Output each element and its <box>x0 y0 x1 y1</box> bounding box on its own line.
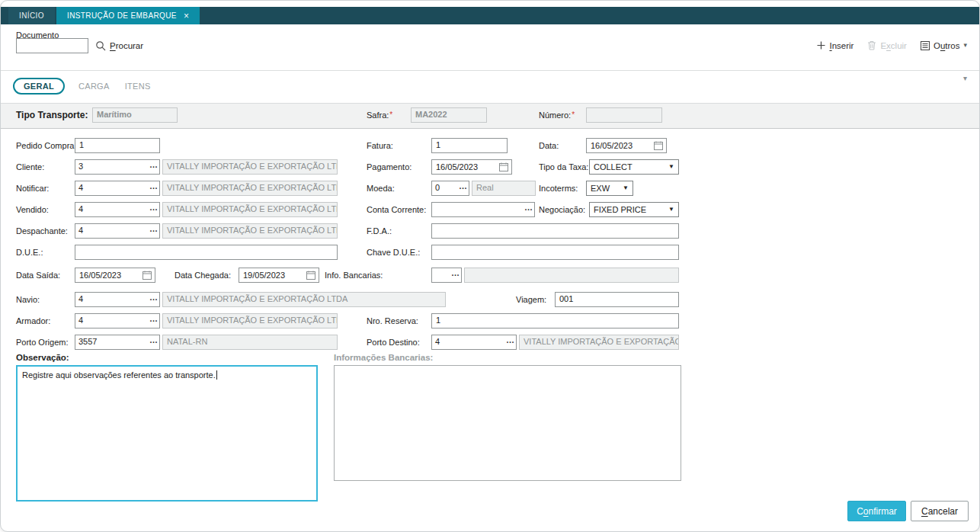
armador-label: Armador: <box>16 313 50 328</box>
despachante-lookup-button[interactable]: … <box>148 224 159 238</box>
fatura-label: Fatura: <box>367 138 393 153</box>
notificar-desc-field: VITALLY IMPORTAÇÃO E EXPORTAÇÃO LTDA <box>162 181 338 196</box>
armador-code-input[interactable]: 4 … <box>75 313 160 328</box>
porto-destino-label: Porto Destino: <box>367 335 420 350</box>
cliente-lookup-button[interactable]: … <box>148 160 159 174</box>
pagamento-label: Pagamento: <box>367 159 412 175</box>
porto-origem-desc-field: NATAL-RN <box>162 335 338 350</box>
porto-origem-label: Porto Origem: <box>16 335 68 350</box>
tab-carga[interactable]: CARGA <box>77 79 111 94</box>
data-label: Data: <box>539 138 559 153</box>
safra-label: Safra:* <box>367 104 392 127</box>
observacao-label: Observação: <box>16 353 69 362</box>
tipo-transporte-label: Tipo Transporte: <box>16 104 88 127</box>
instrucao-embarque-window: INÍCIO INSTRUÇÃO DE EMBARQUE × Documento… <box>0 0 980 532</box>
porto-origem-lookup-button[interactable]: … <box>148 335 159 349</box>
informacoes-bancarias-textarea[interactable] <box>334 365 681 481</box>
collapse-chevron-icon[interactable]: ▾ <box>963 74 967 82</box>
porto-destino-code-input[interactable]: 4 … <box>431 335 517 350</box>
conta-corrente-lookup-button[interactable]: … <box>523 203 534 216</box>
tab-geral[interactable]: GERAL <box>13 78 65 95</box>
tab-itens[interactable]: ITENS <box>123 79 152 94</box>
calendar-icon[interactable] <box>499 162 508 171</box>
navio-label: Navio: <box>16 292 40 307</box>
informacoes-bancarias-label: Informações Bancarias: <box>334 353 433 362</box>
excluir-button: Excluir <box>867 40 907 50</box>
fatura-input[interactable]: 1 <box>431 138 508 153</box>
inserir-button[interactable]: Inserir <box>817 41 853 50</box>
info-bancarias-desc-field <box>464 268 679 283</box>
negociacao-select[interactable]: FIXED PRICE ▼ <box>589 202 679 217</box>
documento-input[interactable] <box>16 38 88 53</box>
fda-input[interactable] <box>431 223 679 239</box>
moeda-label: Moeda: <box>367 181 395 196</box>
viagem-input[interactable]: 001 <box>555 292 679 307</box>
cliente-code-input[interactable]: 3 … <box>75 159 160 175</box>
confirmar-button[interactable]: Confirmar <box>847 501 906 521</box>
outros-label: Outros <box>934 41 960 50</box>
numero-label: Número:* <box>539 104 575 127</box>
notificar-label: Notificar: <box>16 181 49 196</box>
inserir-label: Inserir <box>829 41 853 50</box>
data-saida-input[interactable]: 16/05/2023 <box>75 268 155 283</box>
notificar-lookup-button[interactable]: … <box>148 181 159 195</box>
data-input[interactable]: 16/05/2023 <box>586 138 667 153</box>
despachante-desc-field: VITALLY IMPORTAÇÃO E EXPORTAÇÃO LTDA <box>162 223 338 239</box>
required-asterisk: * <box>389 111 392 119</box>
navio-code-input[interactable]: 4 … <box>75 292 160 307</box>
vendido-code-input[interactable]: 4 … <box>75 202 160 217</box>
cancelar-button[interactable]: Cancelar <box>911 501 969 521</box>
incoterms-select[interactable]: EXW ▼ <box>586 181 633 196</box>
data-saida-label: Data Saída: <box>16 268 60 283</box>
cancelar-label: Cancelar <box>921 506 958 517</box>
calendar-icon[interactable] <box>306 271 315 280</box>
chevron-down-icon: ▼ <box>668 207 674 213</box>
calendar-icon[interactable] <box>654 141 663 150</box>
pagamento-input[interactable]: 16/05/2023 <box>431 159 512 175</box>
conta-corrente-input[interactable]: … <box>431 202 535 217</box>
chave-due-label: Chave D.U.E.: <box>367 245 420 260</box>
porto-destino-desc-field: VITALLY IMPORTAÇÃO E EXPORTAÇÃO LTDA <box>519 335 679 350</box>
negociacao-label: Negociação: <box>539 202 585 217</box>
form-tabs: GERAL CARGA ITENS <box>13 78 152 95</box>
vendido-lookup-button[interactable]: … <box>148 203 159 216</box>
tab-inicio[interactable]: INÍCIO <box>8 7 55 24</box>
armador-desc-field: VITALLY IMPORTAÇÃO E EXPORTAÇÃO LTDA <box>162 313 338 328</box>
outros-button[interactable]: Outros ▾ <box>921 41 967 50</box>
cliente-label: Cliente: <box>16 159 44 175</box>
notificar-code-input[interactable]: 4 … <box>75 181 160 196</box>
vendido-label: Vendido: <box>16 202 49 217</box>
tipo-transporte-field: Marítimo <box>92 107 178 123</box>
due-input[interactable] <box>75 245 338 260</box>
procurar-button[interactable]: Procurar <box>95 38 143 53</box>
porto-destino-lookup-button[interactable]: … <box>504 335 516 349</box>
pedido-compra-input[interactable]: 1 <box>75 138 160 153</box>
calendar-icon[interactable] <box>143 271 152 280</box>
info-bancarias-lookup-button[interactable]: … <box>450 268 461 282</box>
tipo-taxa-select[interactable]: COLLECT ▼ <box>589 159 679 175</box>
armador-lookup-button[interactable]: … <box>148 314 159 328</box>
nro-reserva-input[interactable]: 1 <box>431 313 679 328</box>
data-chegada-input[interactable]: 19/05/2023 <box>239 268 319 283</box>
navio-lookup-button[interactable]: … <box>148 293 159 306</box>
moeda-lookup-button[interactable]: … <box>457 181 469 195</box>
tab-inicio-label: INÍCIO <box>19 11 44 20</box>
info-bancarias-code-input[interactable]: … <box>431 268 462 283</box>
incoterms-label: Incoterms: <box>539 181 578 196</box>
chave-due-input[interactable] <box>431 245 679 260</box>
cliente-desc-field: VITALLY IMPORTAÇÃO E EXPORTAÇÃO LTDA <box>162 159 338 175</box>
despachante-code-input[interactable]: 4 … <box>75 223 160 239</box>
tab-instrucao-embarque[interactable]: INSTRUÇÃO DE EMBARQUE × <box>56 7 200 24</box>
numero-field <box>586 107 662 123</box>
safra-field: MA2022 <box>411 107 487 123</box>
moeda-code-input[interactable]: 0 … <box>431 181 469 196</box>
due-label: D.U.E.: <box>16 245 43 260</box>
porto-origem-code-input[interactable]: 3557 … <box>75 335 160 350</box>
close-icon[interactable]: × <box>184 11 189 21</box>
tab-instrucao-embarque-label: INSTRUÇÃO DE EMBARQUE <box>67 11 177 20</box>
list-icon <box>921 41 930 50</box>
info-bancarias-label: Info. Bancarias: <box>325 268 383 283</box>
observacao-textarea[interactable]: Registre aqui observações referentes ao … <box>16 365 318 502</box>
data-chegada-label: Data Chegada: <box>175 268 231 283</box>
plus-icon <box>817 41 825 50</box>
